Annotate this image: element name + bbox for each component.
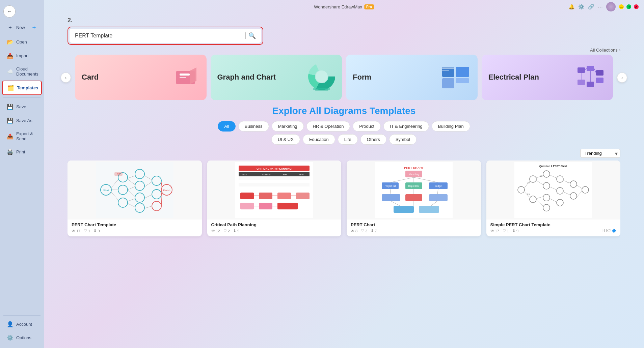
cloud-icon: ☁️ — [7, 68, 14, 75]
likes-2: ♡ 2 — [223, 229, 230, 233]
svg-point-32 — [135, 181, 144, 191]
svg-rect-69 — [240, 193, 254, 199]
template-card-4[interactable]: Question 2 PERT Chart — [486, 161, 621, 236]
filter-hr[interactable]: HR & Operation — [306, 121, 350, 132]
notification-icon[interactable]: 🔔 — [568, 4, 575, 10]
svg-rect-72 — [296, 193, 310, 199]
maximize-button[interactable]: □ — [626, 4, 631, 9]
filter-building[interactable]: Building Plan — [432, 121, 470, 132]
back-button[interactable]: ← — [3, 5, 16, 18]
svg-rect-21 — [596, 78, 603, 83]
svg-rect-91 — [405, 194, 422, 201]
sidebar-item-print[interactable]: 🖨️ Print — [2, 145, 42, 158]
sidebar-item-saveas[interactable]: 💾 Save As — [2, 114, 42, 127]
all-collections-link[interactable]: All Collections › — [590, 48, 620, 53]
svg-line-48 — [128, 203, 135, 207]
sidebar-item-options[interactable]: ⚙️ Options — [2, 331, 42, 344]
svg-rect-78 — [277, 203, 298, 209]
svg-rect-94 — [419, 206, 439, 213]
import-icon: 📥 — [7, 53, 14, 59]
filter-marketing[interactable]: Marketing — [272, 121, 304, 132]
print-icon: 🖨️ — [7, 149, 14, 155]
svg-line-121 — [536, 180, 543, 185]
save-icon: 💾 — [7, 104, 14, 110]
svg-point-106 — [530, 176, 536, 182]
collections-row: All Collections › — [54, 45, 634, 55]
graph-illustration — [305, 62, 335, 93]
sidebar-item-open[interactable]: 📂 Open — [2, 35, 42, 49]
template-info-1: PERT Chart Template 👁 17 ♡ 1 ⬇ 9 — [68, 220, 202, 236]
filter-it[interactable]: IT & Engineering — [383, 121, 429, 132]
svg-line-42 — [111, 192, 118, 200]
close-button[interactable]: ✕ — [634, 4, 639, 9]
filter-uiux[interactable]: UI & UX — [271, 134, 300, 145]
svg-line-45 — [128, 186, 135, 190]
filter-product[interactable]: Product — [353, 121, 381, 132]
filter-education[interactable]: Education — [303, 134, 335, 145]
svg-point-31 — [135, 169, 144, 179]
collections-arrow: › — [619, 48, 620, 53]
next-arrow[interactable]: › — [617, 72, 627, 83]
search-box: 🔍 — [70, 29, 261, 43]
sidebar-item-export[interactable]: 📤 Export & Send — [2, 128, 42, 145]
share-icon[interactable]: 🔗 — [588, 4, 594, 10]
likes-1: ♡ 1 — [84, 229, 90, 233]
template-card-2[interactable]: CRITICAL PATH PLANNING Task Duration Sta… — [207, 161, 342, 236]
svg-rect-20 — [587, 82, 594, 87]
svg-rect-19 — [578, 80, 585, 85]
svg-text:2,4: 2,4 — [527, 182, 530, 184]
filter-life[interactable]: Life — [338, 134, 358, 145]
template-card-3[interactable]: PERT CHART Marketing Project Init Rapid … — [347, 161, 481, 236]
svg-text:Task: Task — [242, 173, 247, 176]
sidebar-item-cloud[interactable]: ☁️ Cloud Documents — [2, 63, 42, 80]
explore-title: Explore All Diagrams Templates — [68, 106, 620, 116]
template-meta-3: 👁 8 ♡ 3 ⬇ 7 — [351, 229, 477, 233]
minimize-button[interactable]: — — [619, 4, 624, 9]
svg-rect-12 — [456, 67, 469, 77]
filter-symbol[interactable]: Symbol — [389, 134, 417, 145]
options-icon: ⚙️ — [7, 335, 14, 341]
svg-text:3,5: 3,5 — [527, 193, 530, 195]
sidebar-item-import[interactable]: 📥 Import — [2, 49, 42, 62]
template-card-1[interactable]: Start Finish — [68, 161, 202, 236]
template-thumb-4: Question 2 PERT Chart — [486, 161, 621, 220]
category-card-graph[interactable]: Graph and Chart — [211, 55, 342, 100]
svg-line-126 — [550, 199, 557, 202]
electrical-label: Electrical Plan — [488, 73, 539, 82]
svg-text:Start: Start — [283, 173, 288, 176]
svg-line-129 — [577, 185, 582, 188]
svg-line-49 — [144, 176, 152, 180]
category-card-electrical[interactable]: Electrical Plan — [482, 55, 613, 100]
svg-rect-18 — [596, 70, 603, 76]
category-card-card[interactable]: Card — [75, 55, 207, 100]
sort-row: Trending Newest Most Popular — [68, 147, 620, 161]
svg-text:Start: Start — [103, 189, 109, 192]
settings-icon[interactable]: ⚙️ — [578, 4, 585, 10]
sort-select[interactable]: Trending Newest Most Popular — [580, 149, 620, 158]
filter-business[interactable]: Business — [238, 121, 269, 132]
app-title-bar: Wondershare EdrawMax Pro — [314, 4, 374, 9]
form-illustration — [440, 64, 471, 91]
sidebar-item-account[interactable]: 👤 Account — [2, 318, 42, 331]
downloads-2: ⬇ 5 — [233, 229, 239, 233]
main-content: Wondershare EdrawMax Pro 🔔 ⚙️ 🔗 ⋯ — □ ✕ … — [44, 0, 644, 348]
search-icon[interactable]: 🔍 — [248, 32, 256, 39]
sidebar-item-save[interactable]: 💾 Save — [2, 100, 42, 113]
sidebar-item-templates[interactable]: 🗂️ Templates — [2, 81, 42, 95]
svg-line-50 — [144, 182, 152, 187]
svg-rect-14 — [442, 67, 454, 69]
svg-point-29 — [118, 185, 128, 195]
more-icon[interactable]: ⋯ — [598, 4, 603, 10]
app-title: Wondershare EdrawMax — [314, 4, 362, 9]
prev-arrow[interactable]: ‹ — [61, 72, 71, 83]
sidebar-item-new[interactable]: ＋ New ＋ — [2, 20, 42, 35]
svg-rect-77 — [259, 203, 272, 209]
category-card-form[interactable]: Form — [346, 55, 478, 100]
user-avatar[interactable] — [606, 2, 616, 11]
window-controls: — □ ✕ — [619, 4, 639, 9]
scrollable-area: 2. 🔍 All Collections › ‹ Card — [44, 13, 644, 348]
search-input[interactable] — [75, 33, 243, 39]
filter-all[interactable]: All — [218, 121, 235, 132]
filter-others[interactable]: Others — [360, 134, 386, 145]
electrical-illustration — [576, 64, 606, 91]
